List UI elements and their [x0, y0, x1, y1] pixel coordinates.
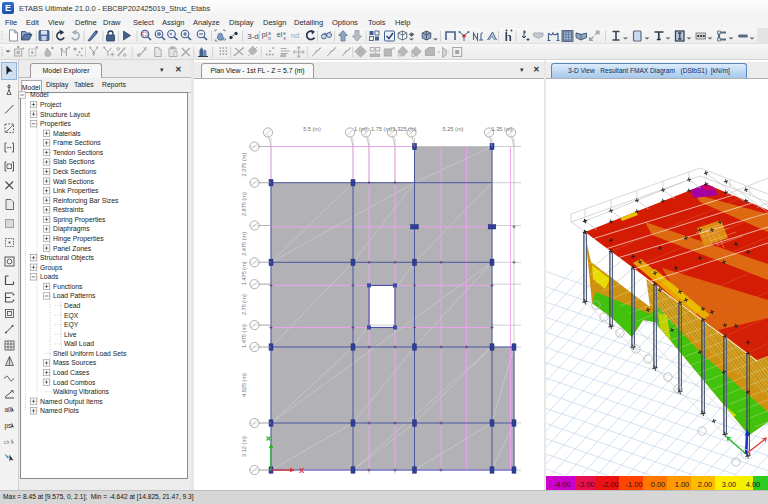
- svg-text:4.925 (m): 4.925 (m): [241, 373, 247, 397]
- svg-text:5.5 (m): 5.5 (m): [303, 126, 321, 132]
- svg-text:3.12 (m): 3.12 (m): [241, 436, 247, 457]
- svg-text:Structure Layout: Structure Layout: [40, 111, 90, 119]
- svg-text:Load Combos: Load Combos: [53, 379, 96, 386]
- svg-text:Loads: Loads: [40, 273, 59, 280]
- svg-text:Hinge Properties: Hinge Properties: [53, 235, 104, 243]
- svg-text:1.475 (m): 1.475 (m): [241, 324, 247, 348]
- svg-text:Wall Load: Wall Load: [64, 340, 94, 347]
- svg-text:Properties: Properties: [40, 120, 72, 128]
- svg-text:Restraints: Restraints: [53, 206, 84, 213]
- svg-text:-3.00: -3.00: [578, 480, 595, 489]
- svg-text:Mass Sources: Mass Sources: [53, 359, 97, 366]
- svg-text:Deck Sections: Deck Sections: [53, 168, 97, 175]
- svg-text:Link Properties: Link Properties: [53, 187, 99, 195]
- svg-text:Walking Vibrations: Walking Vibrations: [53, 388, 110, 396]
- svg-text:Tendon Sections: Tendon Sections: [53, 149, 104, 156]
- svg-text:2.375 (m): 2.375 (m): [241, 152, 247, 176]
- svg-text:-1.00: -1.00: [626, 480, 643, 489]
- svg-text:1.325 (m): 1.325 (m): [393, 126, 417, 132]
- svg-text:1.475 (m): 1.475 (m): [241, 261, 247, 285]
- svg-text:Named Output Items: Named Output Items: [40, 398, 103, 406]
- svg-text:Model: Model: [30, 91, 49, 98]
- svg-text:Spring Properties: Spring Properties: [53, 216, 106, 224]
- svg-text:5.25 (m): 5.25 (m): [443, 126, 464, 132]
- svg-text:4.00: 4.00: [746, 480, 760, 489]
- svg-text:Reinforcing Bar Sizes: Reinforcing Bar Sizes: [53, 197, 119, 205]
- svg-text:Shell Uniform Load Sets: Shell Uniform Load Sets: [53, 350, 127, 357]
- svg-text:2.00: 2.00: [698, 480, 712, 489]
- svg-text:Dead: Dead: [64, 302, 80, 309]
- svg-text:EQY: EQY: [64, 321, 79, 329]
- svg-text:1.00: 1.00: [675, 480, 689, 489]
- svg-text:Live: Live: [64, 331, 77, 338]
- svg-text:Wall Sections: Wall Sections: [53, 178, 95, 185]
- svg-text:Panel Zones: Panel Zones: [53, 245, 92, 252]
- svg-text:Frame Sections: Frame Sections: [53, 139, 101, 146]
- svg-text:Slab Sections: Slab Sections: [53, 158, 95, 165]
- svg-text:Structural Objects: Structural Objects: [40, 254, 95, 262]
- svg-text:1 (m): 1 (m): [354, 126, 367, 132]
- svg-text:Load Cases: Load Cases: [53, 369, 90, 376]
- svg-text:Project: Project: [40, 101, 61, 109]
- svg-text:-4.00: -4.00: [554, 480, 571, 489]
- svg-text:Load Patterns: Load Patterns: [53, 292, 96, 299]
- svg-text:Diaphragms: Diaphragms: [53, 225, 90, 233]
- svg-text:3.00: 3.00: [722, 480, 736, 489]
- svg-text:2.475 (m): 2.475 (m): [241, 232, 247, 256]
- svg-text:-2.00: -2.00: [602, 480, 619, 489]
- svg-text:EQX: EQX: [64, 312, 79, 320]
- svg-text:Materials: Materials: [53, 130, 81, 137]
- svg-text:0.00: 0.00: [651, 480, 665, 489]
- svg-text:1.35 (m): 1.35 (m): [492, 126, 513, 132]
- svg-text:1.75 (m): 1.75 (m): [371, 126, 392, 132]
- svg-text:2.875 (m): 2.875 (m): [241, 192, 247, 216]
- svg-text:Groups: Groups: [40, 264, 63, 272]
- svg-text:Named Plots: Named Plots: [40, 407, 80, 414]
- svg-text:2.75 (m): 2.75 (m): [241, 294, 247, 315]
- svg-text:X: X: [299, 466, 305, 475]
- svg-text:Functions: Functions: [53, 283, 83, 290]
